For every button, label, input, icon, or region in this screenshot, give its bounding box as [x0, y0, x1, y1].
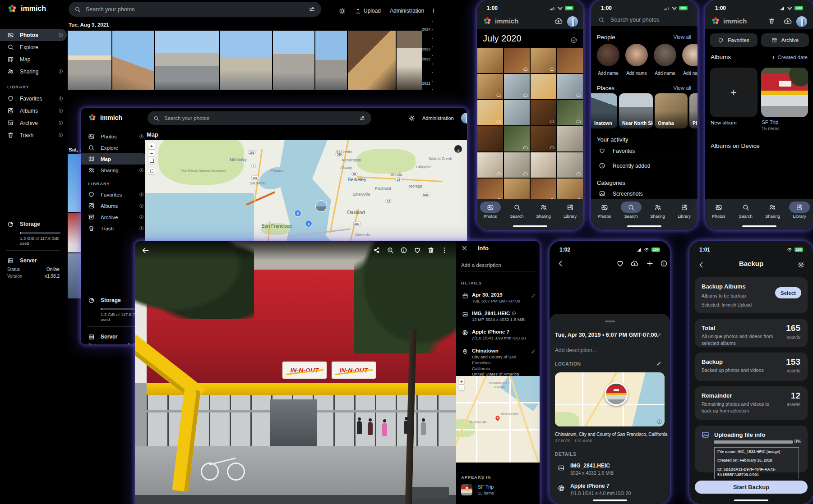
- map-fullscreen-button[interactable]: [148, 168, 155, 174]
- avatar[interactable]: [567, 16, 578, 27]
- theme-toggle-icon[interactable]: [408, 115, 415, 122]
- avatar[interactable]: [433, 5, 434, 17]
- download-icon[interactable]: [631, 260, 638, 267]
- photo-thumbnail[interactable]: [531, 152, 556, 178]
- zoom-icon[interactable]: [387, 247, 394, 254]
- info-icon[interactable]: [139, 192, 144, 197]
- info-icon[interactable]: [400, 247, 407, 254]
- photo-thumbnail[interactable]: [557, 74, 583, 99]
- photo-thumbnail[interactable]: [557, 48, 583, 73]
- map-layers-button[interactable]: [148, 157, 155, 164]
- location-map[interactable]: [555, 372, 665, 426]
- favorite-icon[interactable]: [616, 260, 624, 267]
- place-tile[interactable]: Near North Side: [619, 93, 653, 128]
- add-name-link[interactable]: Add name: [654, 71, 676, 76]
- photo-thumbnail[interactable]: [531, 48, 556, 73]
- info-icon[interactable]: [512, 311, 516, 316]
- sidebar-item-albums[interactable]: Albums: [81, 200, 148, 211]
- sidebar-item-explore[interactable]: Explore: [0, 41, 67, 53]
- edit-icon[interactable]: [656, 361, 662, 366]
- theme-toggle-icon[interactable]: [338, 7, 346, 15]
- home-indicator[interactable]: [627, 225, 661, 227]
- photo-thumbnail[interactable]: [531, 74, 556, 99]
- tab-library[interactable]: Library: [557, 202, 583, 230]
- info-icon[interactable]: [58, 133, 63, 137]
- sidebar-item-archive[interactable]: Archive: [81, 211, 148, 223]
- map-cluster-marker[interactable]: 3: [294, 210, 301, 217]
- info-icon[interactable]: [58, 108, 63, 113]
- map-zoom-in-button[interactable]: +: [148, 143, 155, 149]
- select-button[interactable]: Select: [775, 287, 801, 298]
- sidebar-item-photos[interactable]: Photos: [81, 131, 148, 142]
- favorites-row[interactable]: Favorites: [599, 147, 635, 154]
- upload-button[interactable]: Upload: [355, 8, 381, 14]
- photo-thumbnail[interactable]: [557, 100, 583, 125]
- place-tile[interactable]: inatown: [591, 93, 617, 128]
- description-input[interactable]: Add a description: [461, 262, 501, 268]
- share-icon[interactable]: [373, 247, 380, 254]
- photo-thumbnail[interactable]: [504, 100, 530, 125]
- home-indicator[interactable]: [742, 225, 776, 227]
- info-icon[interactable]: [58, 96, 63, 101]
- settings-icon[interactable]: [797, 261, 805, 269]
- immich-logo[interactable]: immich: [88, 113, 122, 122]
- add-name-link[interactable]: Add name: [625, 71, 648, 76]
- photo-thumbnail[interactable]: [557, 152, 583, 178]
- filter-icon[interactable]: [309, 6, 315, 13]
- tab-photos[interactable]: Photos: [591, 202, 618, 230]
- view-all-link[interactable]: View all: [674, 85, 691, 91]
- tab-photos[interactable]: Photos: [705, 202, 732, 230]
- map-zoom-out-button[interactable]: −: [459, 385, 464, 390]
- sidebar-item-favorites[interactable]: Favorites: [81, 189, 148, 200]
- sidebar-item-trash[interactable]: Trash: [0, 129, 67, 141]
- scrubber-year[interactable]: 2022: [417, 57, 430, 61]
- recently-added-row[interactable]: Recently added: [599, 162, 650, 169]
- photo-thumbnail[interactable]: [504, 152, 530, 178]
- back-icon[interactable]: [557, 260, 564, 267]
- info-icon[interactable]: [58, 32, 63, 37]
- description-input[interactable]: Add description...: [555, 347, 597, 353]
- person-avatar[interactable]: [597, 44, 619, 66]
- photo-thumbnail[interactable]: [477, 152, 503, 178]
- photo-thumbnail[interactable]: [477, 100, 503, 125]
- info-icon[interactable]: [139, 226, 144, 231]
- previous-photo-icon[interactable]: [139, 366, 148, 376]
- photo-thumbnail[interactable]: [315, 31, 347, 90]
- map-cluster-marker[interactable]: 4: [305, 220, 312, 227]
- sort-button[interactable]: Created date: [771, 55, 808, 60]
- photo-viewer[interactable]: IN-N-OUT IN-N-OUT: [135, 241, 456, 504]
- tab-photos[interactable]: Photos: [477, 202, 504, 230]
- map-settings-icon[interactable]: [454, 145, 462, 153]
- favorite-icon[interactable]: [414, 247, 421, 254]
- map-photo-marker[interactable]: [315, 200, 327, 212]
- edit-icon[interactable]: [656, 332, 662, 338]
- add-icon[interactable]: [646, 260, 654, 267]
- photo-thumbnail[interactable]: [68, 31, 111, 90]
- album-tile[interactable]: [761, 68, 808, 117]
- photo-thumbnail[interactable]: [477, 126, 503, 151]
- photo-thumbnail[interactable]: [477, 48, 503, 73]
- administration-link[interactable]: Administration: [390, 8, 424, 14]
- sync-cloud-icon[interactable]: [554, 17, 563, 25]
- start-backup-button[interactable]: Start Backup: [695, 481, 808, 494]
- sync-cloud-icon[interactable]: [784, 17, 792, 25]
- place-tile[interactable]: Omaha: [655, 93, 688, 128]
- photo-grid[interactable]: [477, 48, 583, 204]
- filter-icon[interactable]: [359, 115, 365, 121]
- tab-library[interactable]: Library: [786, 202, 813, 230]
- person-avatar[interactable]: [625, 44, 648, 66]
- administration-link[interactable]: Administration: [422, 115, 454, 121]
- photo-thumbnail[interactable]: [531, 126, 556, 151]
- view-all-link[interactable]: View all: [674, 34, 691, 40]
- photo-thumbnail[interactable]: [504, 48, 530, 73]
- sidebar-item-trash[interactable]: Trash: [81, 223, 148, 234]
- avatar[interactable]: [796, 16, 807, 27]
- photo-thumbnail[interactable]: [155, 31, 219, 90]
- person-avatar[interactable]: [682, 44, 698, 66]
- scrubber-year[interactable]: 2024: [417, 27, 430, 32]
- more-options-icon[interactable]: [441, 247, 448, 254]
- sidebar-item-sharing[interactable]: Sharing: [81, 165, 148, 176]
- album-link[interactable]: SF Trip 15 items: [461, 484, 494, 495]
- sidebar-item-explore[interactable]: Explore: [81, 142, 148, 153]
- photo-thumbnail[interactable]: [273, 31, 314, 90]
